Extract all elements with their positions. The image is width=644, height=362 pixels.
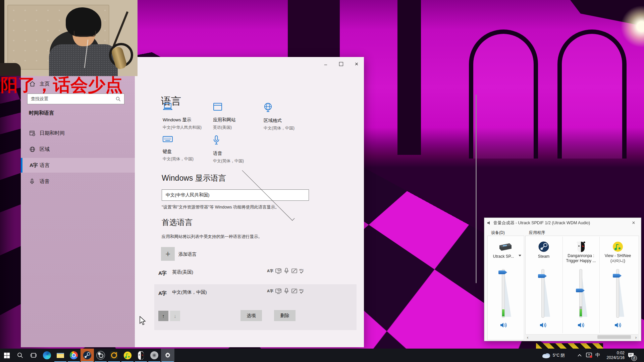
taskbar-voice-app[interactable] (148, 349, 161, 362)
globe-icon (30, 146, 40, 152)
tile-windows-display[interactable]: Windows 显示 中文(中华人民共和国) (163, 103, 213, 130)
taskbar-edge[interactable] (40, 349, 54, 362)
maximize-button[interactable] (333, 57, 349, 71)
basic-typing-icon: abc (299, 288, 304, 293)
dropdown-selected-value: 中文(中华人民共和国) (162, 192, 233, 198)
ime-text: 中 (595, 352, 600, 358)
plus-icon: + (165, 249, 170, 259)
taskbar-obs[interactable] (94, 349, 107, 362)
volume-slider-thumb[interactable] (538, 274, 547, 278)
content-scrollbar[interactable] (476, 95, 477, 283)
start-button[interactable] (0, 349, 13, 362)
scroll-right-icon[interactable]: › (635, 335, 637, 340)
tray-time: 0:02 (604, 351, 625, 355)
mute-speaker-icon[interactable] (614, 322, 623, 328)
move-up-button[interactable]: ↑ (158, 311, 168, 321)
volume-slider-thumb[interactable] (613, 274, 622, 278)
speech-mic-icon (285, 288, 288, 294)
taskbar-file-explorer[interactable] (54, 349, 67, 362)
sidebar-item-label: 语言 (40, 162, 50, 169)
steam-icon (538, 241, 549, 252)
taskbar-qq-music[interactable] (121, 349, 134, 362)
tile-keyboard[interactable]: 键盘 中文(简体，中国) (163, 135, 213, 162)
volume-slider-thumb[interactable] (498, 270, 507, 274)
display-tray-icon (586, 352, 593, 358)
scroll-left-icon[interactable]: ‹ (527, 335, 528, 340)
action-center-button[interactable]: 2 (628, 349, 634, 362)
options-button[interactable]: 选项 (240, 310, 262, 321)
move-down-button[interactable]: ↓ (170, 311, 180, 321)
tile-apps-websites[interactable]: 应用和网站 英语(美国) (213, 103, 263, 130)
danmaku-overlay-text: 阳了，话会少点 (1, 76, 168, 94)
taskbar-settings[interactable] (161, 349, 174, 362)
mixer-channel-steam: Steam (527, 238, 560, 334)
mute-speaker-icon[interactable] (540, 322, 548, 328)
maximize-icon (339, 62, 343, 66)
close-button[interactable]: × (349, 57, 364, 71)
taskbar-chrome[interactable] (67, 349, 80, 362)
edge-icon (43, 351, 51, 359)
channel-name[interactable]: Utrack SP... (489, 254, 518, 259)
tile-speech[interactable]: 语音 中文(简体，中国) (213, 135, 263, 164)
mixer-channel-device: Utrack SP... (489, 238, 522, 334)
tray-clock[interactable]: 0:02 2024/1/16 (604, 351, 625, 360)
mixer-close-button[interactable]: × (630, 219, 638, 227)
taskbar-steam[interactable] (80, 349, 94, 362)
tile-regional-format[interactable]: 区域格式 中文(简体，中国) (264, 103, 314, 131)
minimize-button[interactable]: – (318, 57, 333, 71)
sidebar-item-datetime[interactable]: 日期和时间 (21, 126, 135, 140)
sidebar-item-language[interactable]: A字 语言 (21, 158, 135, 173)
add-language-button[interactable]: + (161, 247, 175, 261)
mixer-titlebar[interactable]: 音量合成器 - Utrack SPDIF 1/2 (Utrack WDM Aud… (484, 218, 641, 228)
task-view-icon (31, 352, 37, 358)
scrollbar-thumb[interactable] (597, 335, 631, 339)
tray-date: 2024/1/16 (604, 355, 625, 360)
tray-display-app[interactable] (586, 349, 593, 362)
settings-content: – × 语言 Windows 显示 中文(中华人民共和国) 应用和网站 英语(美… (135, 57, 364, 347)
language-row-english[interactable]: A字 英语(美国) A字 abc (154, 264, 357, 283)
channel-name[interactable]: View - SHINee(샤이니) (601, 253, 634, 263)
peak-meter (580, 309, 582, 316)
sidebar-item-label: 语音 (40, 178, 50, 185)
device-group-label: 设备(D) (490, 230, 506, 236)
mixer-channel-danganronpa: Danganronpa :Trigger Happy ... (565, 238, 597, 334)
notification-badge: 2 (631, 355, 637, 361)
mute-speaker-icon[interactable] (578, 322, 586, 328)
sidebar-item-label: 区域 (40, 146, 50, 153)
search-input[interactable]: 查找设置 (27, 94, 124, 104)
language-name: 中文(简体，中国) (172, 289, 207, 295)
tray-chevron-up[interactable] (578, 349, 582, 362)
device-dropdown-arrow-icon[interactable] (519, 255, 521, 256)
tile-label: 应用和网站 (213, 117, 263, 123)
microphone-icon (30, 179, 40, 184)
display-language-dropdown[interactable]: 中文(中华人民共和国) (162, 189, 309, 201)
preferred-languages-heading: 首选语言 (162, 217, 193, 228)
task-view-button[interactable] (27, 349, 40, 362)
volume-mixer-window: 音量合成器 - Utrack SPDIF 1/2 (Utrack WDM Aud… (484, 218, 641, 341)
sidebar-item-speech[interactable]: 语音 (21, 174, 135, 189)
tile-label: 区域格式 (264, 118, 314, 124)
file-explorer-icon (56, 352, 64, 359)
tray-weather[interactable]: 5°C 阴 (542, 349, 565, 362)
taskbar-danganronpa[interactable] (134, 349, 148, 362)
wall-pillar (288, 0, 340, 62)
search-icon[interactable] (116, 97, 121, 102)
wall-pillar (397, 0, 421, 155)
add-language-label[interactable]: 添加语言 (178, 251, 197, 257)
channel-name[interactable]: Steam (527, 254, 560, 259)
language-icon: A字 (30, 162, 40, 169)
tile-label: 键盘 (163, 148, 213, 155)
steam-icon (83, 351, 92, 360)
handwriting-icon (292, 289, 297, 293)
language-row-chinese[interactable]: A字 中文(简体，中国) A字 abc ↑ ↓ 选项 删除 (154, 284, 357, 330)
taskbar-search-button[interactable] (13, 349, 27, 362)
monokuma-icon (576, 241, 586, 252)
calendar-clock-icon (30, 130, 40, 136)
channel-name[interactable]: Danganronpa :Trigger Happy ... (565, 253, 597, 263)
tray-ime-indicator[interactable]: 中 (595, 349, 600, 362)
display-language-description: "设置"和"文件资源管理器"等 Windows 功能将使用此语言显示。 (162, 204, 279, 210)
mute-speaker-icon[interactable] (500, 322, 508, 328)
sidebar-item-region[interactable]: 区域 (21, 142, 135, 157)
taskbar-recorder[interactable] (107, 349, 121, 362)
remove-button[interactable]: 删除 (274, 310, 296, 321)
